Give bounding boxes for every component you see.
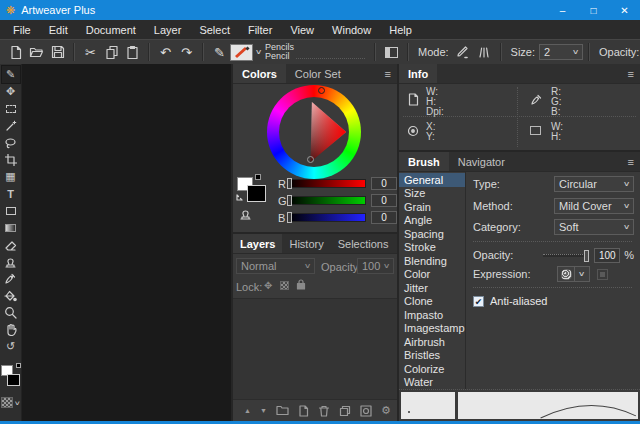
tab-layers[interactable]: Layers	[233, 234, 282, 253]
menu-window[interactable]: Window	[323, 24, 380, 36]
brush-tool[interactable]: ✎	[2, 66, 20, 83]
open-document-button[interactable]	[26, 42, 47, 62]
new-layer-button[interactable]	[298, 405, 309, 417]
hand-tool[interactable]	[2, 321, 20, 338]
green-slider-handle[interactable]	[287, 195, 292, 206]
brush-category-airbrush[interactable]: Airbrush	[399, 335, 465, 349]
tab-navigator[interactable]: Navigator	[449, 152, 514, 171]
eyedropper-tool[interactable]	[2, 270, 20, 287]
close-button[interactable]: ✕	[609, 0, 640, 20]
blue-value-field[interactable]: 0	[371, 211, 397, 224]
crop-tool[interactable]	[2, 151, 20, 168]
gradient-tool[interactable]	[2, 219, 20, 236]
brush-category-spacing[interactable]: Spacing	[399, 227, 465, 241]
brush-edit-button[interactable]: ✎	[209, 42, 230, 62]
blue-slider[interactable]	[288, 213, 366, 222]
red-slider[interactable]	[288, 179, 366, 188]
menu-file[interactable]: File	[4, 24, 40, 36]
layers-list[interactable]	[233, 298, 397, 400]
swap-colors-icon[interactable]	[236, 193, 245, 202]
chevron-down-icon[interactable]: ∨	[14, 399, 21, 406]
brush-type-dropdown[interactable]: Circular ∨	[554, 176, 634, 192]
color-wheel[interactable]	[267, 85, 361, 179]
red-value-field[interactable]: 0	[371, 177, 397, 190]
tab-info[interactable]: Info	[399, 64, 437, 83]
brush-opacity-field[interactable]: 100	[594, 248, 620, 263]
antialiased-checkbox[interactable]: ✔	[473, 296, 484, 307]
secondary-color-swatch[interactable]	[7, 374, 20, 386]
layer-opacity-dropdown[interactable]: 100 ∨	[357, 258, 394, 274]
sv-marker[interactable]	[307, 156, 314, 163]
tab-color-set[interactable]: Color Set	[286, 64, 350, 83]
brush-category-jitter[interactable]: Jitter	[399, 281, 465, 295]
copy-button[interactable]	[101, 42, 122, 62]
rect-select-tool[interactable]	[2, 100, 20, 117]
hue-marker[interactable]	[318, 87, 325, 94]
eraser-tool[interactable]	[2, 236, 20, 253]
brush-opacity-slider[interactable]	[543, 254, 589, 257]
menu-view[interactable]: View	[281, 24, 323, 36]
brush-category-impasto[interactable]: Impasto	[399, 308, 465, 322]
menu-document[interactable]: Document	[77, 24, 145, 36]
menu-filter[interactable]: Filter	[239, 24, 281, 36]
menu-select[interactable]: Select	[190, 24, 239, 36]
brush-category-general[interactable]: General	[399, 173, 465, 187]
lock-position-toggle[interactable]: ✥	[264, 279, 279, 291]
mode-brush-button[interactable]	[474, 42, 495, 62]
green-slider[interactable]	[288, 196, 366, 205]
menu-edit[interactable]: Edit	[40, 24, 77, 36]
cut-button[interactable]: ✂	[80, 42, 101, 62]
green-value-field[interactable]: 0	[371, 194, 397, 207]
info-panel-menu-button[interactable]: ≡	[622, 64, 640, 83]
tab-selections[interactable]: Selections	[331, 234, 396, 253]
paste-button[interactable]	[122, 42, 143, 62]
panel-toggle-button[interactable]	[381, 42, 402, 62]
brush-method-dropdown[interactable]: Mild Cover ∨	[554, 198, 634, 214]
new-document-button[interactable]	[5, 42, 26, 62]
colors-panel-menu-button[interactable]: ≡	[379, 64, 397, 83]
lasso-tool[interactable]	[2, 134, 20, 151]
brush-panel-menu-button[interactable]: ≡	[622, 152, 640, 171]
delete-layer-button[interactable]	[318, 405, 330, 417]
duplicate-layer-button[interactable]	[339, 405, 351, 417]
undo-button[interactable]: ↶	[155, 42, 176, 62]
size-dropdown[interactable]: 2 ∨	[539, 44, 583, 60]
menu-help[interactable]: Help	[380, 24, 421, 36]
layer-settings-button[interactable]: ⚙	[381, 404, 391, 417]
brush-category-stroke[interactable]: Stroke	[399, 241, 465, 255]
brush-category-angle[interactable]: Angle	[399, 214, 465, 228]
default-colors-icon[interactable]	[255, 174, 261, 180]
lock-all-toggle[interactable]	[296, 279, 306, 290]
new-group-button[interactable]	[276, 405, 289, 416]
redo-button[interactable]: ↷	[176, 42, 197, 62]
brush-preset-preview[interactable]	[230, 44, 253, 61]
brush-category-colorize[interactable]: Colorize	[399, 362, 465, 376]
lock-transparency-toggle[interactable]	[280, 280, 289, 292]
move-layer-up-button[interactable]: ▲	[244, 407, 251, 414]
tab-colors[interactable]: Colors	[233, 64, 286, 83]
move-tool[interactable]: ✥	[2, 83, 20, 100]
blend-mode-dropdown[interactable]: Normal ∨	[236, 258, 315, 274]
default-colors-icon[interactable]	[16, 363, 21, 368]
clone-stamp-tool[interactable]	[2, 253, 20, 270]
brush-category-blending[interactable]: Blending	[399, 254, 465, 268]
layer-effects-button[interactable]	[360, 405, 372, 417]
fill-tool[interactable]	[2, 287, 20, 304]
expression-dropdown[interactable]: ∨	[575, 266, 590, 282]
secondary-color-swatch[interactable]	[247, 185, 266, 202]
brush-preset-dropdown[interactable]: ∨	[253, 42, 265, 62]
brush-category-bristles[interactable]: Bristles	[399, 349, 465, 363]
expression-pressure-button[interactable]	[557, 266, 575, 282]
shape-tool[interactable]	[2, 202, 20, 219]
rotate-view-tool[interactable]: ↺	[2, 338, 20, 355]
maximize-button[interactable]: □	[578, 0, 609, 20]
tab-history[interactable]: History	[282, 234, 330, 253]
zoom-tool[interactable]	[2, 304, 20, 321]
brush-category-size[interactable]: Size	[399, 187, 465, 201]
magic-wand-tool[interactable]	[2, 117, 20, 134]
tab-brush[interactable]: Brush	[399, 152, 449, 171]
pattern-swatch[interactable]	[1, 397, 13, 408]
red-slider-handle[interactable]	[287, 178, 292, 189]
brush-category-dropdown[interactable]: Soft ∨	[554, 219, 634, 235]
brush-category-imagestamp[interactable]: Imagestamp	[399, 322, 465, 336]
